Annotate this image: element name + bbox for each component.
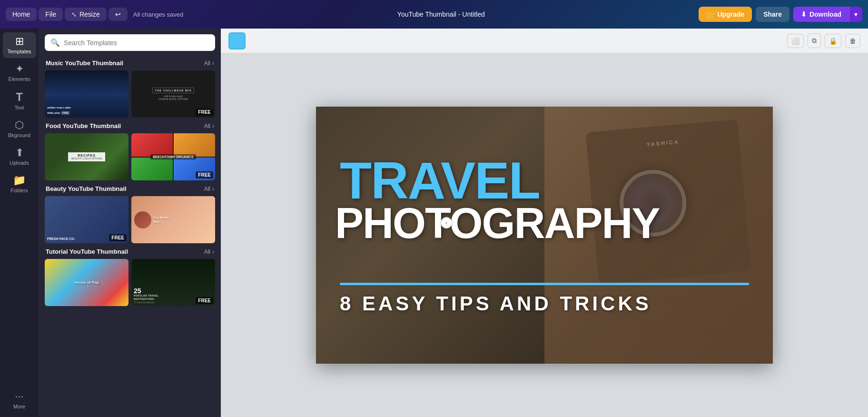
document-title: YouTube Thumbnail - Untitled bbox=[187, 10, 695, 18]
header-right: 👑 Upgrade Share ⬇ Download ▾ bbox=[699, 7, 862, 22]
beauty-template-1[interactable]: FRESH FACE CO. FREE bbox=[45, 196, 128, 243]
resize-button[interactable]: ⤡ Resize bbox=[65, 8, 107, 21]
sidebar-item-more[interactable]: ··· More bbox=[3, 387, 36, 413]
canvas-toolbar: ⬜ ⧉ 🔒 🗑 bbox=[221, 29, 868, 53]
copy-icon: ⧉ bbox=[812, 37, 817, 45]
main-content: ⊞ Templates ✦ Elements T Text ⬡ Bkground… bbox=[0, 29, 868, 417]
search-box-wrap: 🔍 bbox=[39, 29, 221, 55]
chevron-down-icon: ▾ bbox=[854, 10, 858, 18]
download-icon: ⬇ bbox=[801, 10, 807, 18]
templates-panel: 🔍 Music YouTube Thumbnail All › amber ro… bbox=[39, 29, 221, 417]
sidebar-item-folders[interactable]: 📁 Folders bbox=[3, 171, 36, 197]
sidebar-label-more: More bbox=[13, 404, 25, 409]
header: Home File ⤡ Resize ↩ All changes saved Y… bbox=[0, 0, 868, 29]
sidebar-label-templates: Templates bbox=[7, 49, 31, 54]
copy-button[interactable]: ⧉ bbox=[808, 33, 821, 48]
tutorial-all-link[interactable]: All › bbox=[204, 248, 214, 255]
sidebar-label-background: Bkground bbox=[8, 132, 30, 138]
tutorial-section-header: Tutorial YouTube Thumbnail All › bbox=[39, 243, 221, 259]
sidebar-item-text[interactable]: T Text bbox=[3, 88, 36, 114]
canvas-design: YASHICA TRAVEL PHOTOGRAPHY 8 EASY TIPS A… bbox=[316, 107, 773, 364]
chevron-right-icon: › bbox=[212, 186, 214, 192]
download-button[interactable]: ⬇ Download bbox=[793, 7, 849, 22]
color-swatch[interactable] bbox=[228, 32, 246, 50]
share-button[interactable]: Share bbox=[756, 7, 789, 22]
search-box: 🔍 bbox=[45, 34, 215, 51]
templates-list: Music YouTube Thumbnail All › amber rose… bbox=[39, 55, 221, 417]
crown-icon: 👑 bbox=[706, 10, 714, 18]
resize-icon: ⤡ bbox=[71, 11, 77, 18]
music-section-title: Music YouTube Thumbnail bbox=[46, 60, 123, 67]
download-group: ⬇ Download ▾ bbox=[793, 7, 862, 22]
canvas-text-travel[interactable]: TRAVEL bbox=[340, 154, 540, 207]
folders-icon: 📁 bbox=[13, 175, 26, 186]
search-icon: 🔍 bbox=[50, 38, 60, 47]
upgrade-button[interactable]: 👑 Upgrade bbox=[699, 7, 752, 22]
food-section-title: Food YouTube Thumbnail bbox=[46, 122, 121, 129]
delete-button[interactable]: 🗑 bbox=[845, 34, 860, 48]
templates-icon: ⊞ bbox=[15, 36, 24, 47]
music-section-header: Music YouTube Thumbnail All › bbox=[39, 55, 221, 70]
canvas-text-subtitle[interactable]: 8 EASY TIPS AND TRICKS bbox=[340, 292, 651, 315]
food-all-link[interactable]: All › bbox=[204, 123, 214, 129]
food-templates-grid: RECIPES HEALTHY LUNCH OPTIONS bbox=[39, 133, 221, 180]
uploads-icon: ⬆ bbox=[15, 148, 24, 158]
tutorial-section-title: Tutorial YouTube Thumbnail bbox=[46, 248, 128, 255]
free-badge: FREE bbox=[196, 109, 213, 116]
frame-button[interactable]: ⬜ bbox=[787, 34, 804, 48]
background-icon: ⬡ bbox=[15, 120, 24, 130]
chevron-right-icon: › bbox=[212, 60, 214, 67]
lock-icon: 🔒 bbox=[829, 37, 837, 45]
frame-icon: ⬜ bbox=[791, 37, 799, 45]
music-template-1[interactable]: amber rose | admdaily play FREE FREE bbox=[45, 70, 128, 118]
canvas-area: ‹ ⬜ ⧉ 🔒 🗑 bbox=[221, 29, 868, 417]
sidebar-label-folders: Folders bbox=[10, 188, 28, 193]
more-icon: ··· bbox=[15, 391, 23, 402]
undo-button[interactable]: ↩ bbox=[108, 8, 128, 21]
download-expand-button[interactable]: ▾ bbox=[849, 7, 862, 22]
undo-icon: ↩ bbox=[115, 10, 121, 18]
canvas-viewport[interactable]: YASHICA TRAVEL PHOTOGRAPHY 8 EASY TIPS A… bbox=[221, 53, 868, 417]
chevron-right-icon: › bbox=[212, 248, 214, 255]
icon-sidebar: ⊞ Templates ✦ Elements T Text ⬡ Bkground… bbox=[0, 29, 39, 417]
lock-button[interactable]: 🔒 bbox=[825, 34, 841, 48]
elements-icon: ✦ bbox=[15, 64, 24, 74]
delete-icon: 🗑 bbox=[849, 37, 856, 45]
sidebar-item-templates[interactable]: ⊞ Templates bbox=[3, 32, 36, 58]
free-badge: FREE bbox=[196, 171, 213, 179]
music-templates-grid: amber rose | admdaily play FREE FREE THE… bbox=[39, 70, 221, 118]
canvas-divider-line bbox=[340, 283, 749, 285]
sidebar-label-uploads: Uploads bbox=[10, 160, 29, 166]
music-all-link[interactable]: All › bbox=[204, 60, 214, 67]
food-template-1[interactable]: RECIPES HEALTHY LUNCH OPTIONS bbox=[45, 133, 128, 180]
beauty-section-title: Beauty YouTube Thumbnail bbox=[46, 185, 127, 192]
sidebar-label-elements: Elements bbox=[9, 76, 30, 82]
chevron-right-icon: › bbox=[212, 123, 214, 129]
tutorial-template-2[interactable]: 25 POPULAR TRAVELDESTINATIONS 📍 CLICK TO… bbox=[131, 259, 215, 306]
food-section-header: Food YouTube Thumbnail All › bbox=[39, 118, 221, 133]
tutorial-template-1[interactable]: House of Pop bbox=[45, 259, 128, 306]
sidebar-item-background[interactable]: ⬡ Bkground bbox=[3, 116, 36, 142]
beauty-templates-grid: FRESH FACE CO. FREE True BeautyVlog bbox=[39, 196, 221, 243]
sidebar-item-uploads[interactable]: ⬆ Uploads bbox=[3, 144, 36, 169]
saved-status: All changes saved bbox=[133, 11, 184, 18]
search-input[interactable] bbox=[64, 39, 209, 47]
music-template-2[interactable]: THE CHILLWAVE MIX chill & relax travelLO… bbox=[131, 70, 215, 118]
beauty-all-link[interactable]: All › bbox=[204, 186, 214, 192]
beauty-template-2[interactable]: True BeautyVlog bbox=[131, 196, 215, 243]
free-badge: FREE bbox=[109, 234, 127, 241]
food-template-2[interactable]: BEECHTOWN ORGANICS FREE bbox=[131, 133, 215, 180]
tutorial-templates-grid: House of Pop 25 POPULAR TRAVELDESTINATIO… bbox=[39, 259, 221, 306]
header-left: Home File ⤡ Resize ↩ All changes saved bbox=[6, 8, 183, 21]
home-button[interactable]: Home bbox=[6, 8, 37, 21]
file-button[interactable]: File bbox=[39, 8, 63, 21]
canvas-text-photography[interactable]: PHOTOGRAPHY bbox=[335, 202, 659, 245]
chevron-left-icon: ‹ bbox=[445, 219, 447, 226]
free-badge: FREE bbox=[196, 297, 213, 304]
beauty-section-header: Beauty YouTube Thumbnail All › bbox=[39, 180, 221, 196]
sidebar-item-elements[interactable]: ✦ Elements bbox=[3, 60, 36, 86]
hide-panel-button[interactable]: ‹ bbox=[441, 217, 452, 228]
sidebar-label-text: Text bbox=[14, 105, 24, 110]
text-icon: T bbox=[16, 91, 23, 103]
